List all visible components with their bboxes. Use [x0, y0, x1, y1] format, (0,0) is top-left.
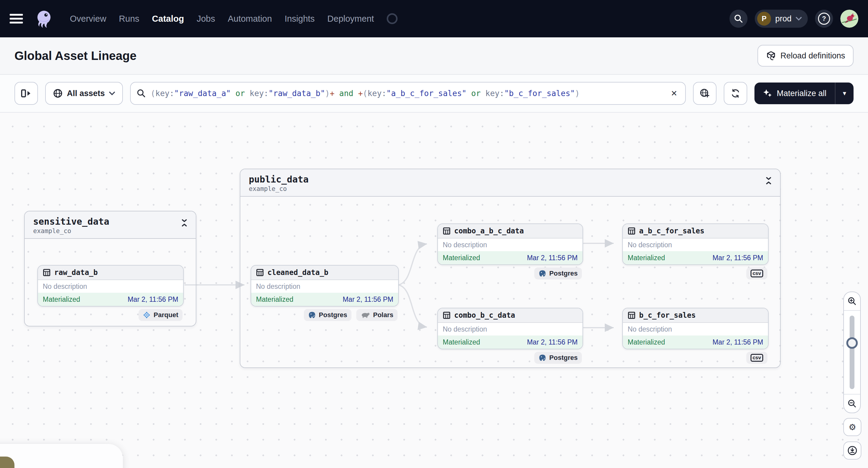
user-avatar[interactable] — [840, 10, 858, 28]
zoom-in-button[interactable] — [844, 292, 860, 310]
materialization-timestamp: Mar 2, 11:56 PM — [128, 295, 178, 304]
nav-right: P prod ? — [730, 10, 858, 28]
zoom-slider-track[interactable] — [849, 316, 855, 389]
asset-query-input[interactable]: (key:"raw_data_a" or key:"raw_data_b")+ … — [130, 82, 686, 105]
asset-node-header: raw_data_b — [38, 266, 183, 280]
deployment-status-spinner-icon — [387, 13, 398, 24]
asset-node-header: combo_b_c_data — [438, 308, 583, 323]
refresh-button[interactable] — [724, 82, 747, 105]
asset-node-combo-a-b-c-data[interactable]: combo_a_b_c_data No description Material… — [437, 223, 583, 265]
group-name: sensitive_data — [33, 216, 187, 227]
zoom-slider[interactable] — [844, 311, 860, 394]
materialize-all-split-button: Materialize all ▾ — [754, 83, 854, 104]
asset-node-raw-data-b[interactable]: raw_data_b No description Materialized M… — [37, 265, 184, 307]
asset-name: combo_a_b_c_data — [454, 227, 524, 235]
asset-description: No description — [623, 323, 768, 336]
asset-query-text: (key:"raw_data_a" or key:"raw_data_b")+ … — [151, 89, 664, 98]
add-external-assets-button[interactable] — [693, 82, 716, 105]
nav-links: Overview Runs Catalog Jobs Automation In… — [70, 13, 398, 24]
group-name: public_data — [249, 174, 772, 185]
globe-add-icon — [700, 88, 710, 98]
zoom-out-icon — [847, 399, 857, 408]
postgres-icon — [538, 354, 546, 362]
graph-settings-button[interactable]: ⚙ — [843, 418, 861, 436]
asset-node-b-c-for-sales[interactable]: b_c_for_sales No description Materialize… — [622, 308, 769, 349]
asset-scope-dropdown[interactable]: All assets — [45, 82, 123, 105]
status-badge: Materialized — [628, 254, 665, 262]
minimap[interactable] — [0, 444, 123, 468]
asset-status-row: Materialized Mar 2, 11:56 PM — [251, 293, 398, 306]
asset-description: No description — [438, 239, 583, 251]
download-image-button[interactable] — [843, 441, 861, 460]
status-badge: Materialized — [443, 338, 480, 346]
asset-node-header: a_b_c_for_sales — [623, 224, 768, 239]
materialize-options-button[interactable]: ▾ — [835, 89, 854, 97]
dagster-app: Overview Runs Catalog Jobs Automation In… — [0, 0, 868, 468]
asset-node-cleaned-data-b[interactable]: cleaned_data_b No description Materializ… — [251, 265, 399, 307]
panel-expand-icon — [21, 89, 32, 98]
table-icon — [256, 269, 264, 277]
clear-query-button[interactable]: ✕ — [669, 89, 679, 98]
asset-node-header: combo_a_b_c_data — [438, 224, 583, 239]
workspace-switcher[interactable]: P prod — [755, 10, 808, 28]
table-icon — [628, 311, 636, 319]
search-button[interactable] — [730, 10, 747, 28]
asset-node-a-b-c-for-sales[interactable]: a_b_c_for_sales No description Materiali… — [622, 223, 769, 265]
tag-label: Postgres — [549, 354, 578, 362]
group-repo-label: example_co — [249, 185, 772, 192]
asset-tag-row: csv — [622, 352, 767, 364]
asset-node-combo-b-c-data[interactable]: combo_b_c_data No description Materializ… — [437, 308, 583, 349]
asset-status-row: Materialized Mar 2, 11:56 PM — [438, 251, 583, 264]
materialization-timestamp: Mar 2, 11:56 PM — [527, 254, 578, 262]
tag-postgres[interactable]: Postgres — [534, 352, 582, 364]
asset-description: No description — [438, 323, 583, 336]
reload-definitions-button[interactable]: Reload definitions — [757, 45, 854, 67]
nav-item-insights[interactable]: Insights — [285, 14, 315, 24]
asset-tag-row: Postgres — [437, 268, 582, 279]
zoom-in-icon — [847, 297, 857, 306]
status-badge: Materialized — [628, 338, 665, 346]
sparkle-icon — [763, 89, 772, 98]
nav-item-runs[interactable]: Runs — [119, 14, 140, 24]
asset-description: No description — [38, 280, 183, 293]
asset-status-row: Materialized Mar 2, 11:56 PM — [623, 336, 768, 349]
search-icon — [137, 89, 146, 98]
nav-item-overview[interactable]: Overview — [70, 14, 106, 24]
collapse-group-button[interactable] — [763, 175, 774, 186]
asset-name: combo_b_c_data — [454, 311, 515, 319]
zoom-slider-thumb[interactable] — [846, 337, 858, 349]
help-button[interactable]: ? — [815, 10, 833, 28]
status-badge: Materialized — [256, 295, 293, 304]
materialization-timestamp: Mar 2, 11:56 PM — [343, 295, 393, 304]
materialize-all-button[interactable]: Materialize all — [754, 89, 835, 98]
csv-icon: csv — [750, 270, 763, 277]
tag-polars[interactable]: Polars — [356, 309, 398, 321]
tag-csv[interactable]: csv — [746, 352, 767, 364]
lineage-canvas[interactable]: sensitive_data example_co public_data ex… — [0, 113, 868, 468]
tag-csv[interactable]: csv — [746, 268, 767, 279]
nav-item-jobs[interactable]: Jobs — [197, 14, 215, 24]
menu-icon[interactable] — [10, 14, 23, 24]
cardinal-bird-avatar-icon — [840, 10, 858, 28]
collapse-icon — [181, 219, 188, 227]
nav-item-catalog[interactable]: Catalog — [152, 14, 184, 24]
tag-postgres[interactable]: Postgres — [534, 268, 582, 279]
help-icon: ? — [818, 13, 830, 25]
table-icon — [43, 269, 51, 277]
zoom-out-button[interactable] — [844, 395, 860, 413]
download-icon — [847, 445, 858, 456]
asset-description: No description — [251, 280, 398, 293]
asset-name: b_c_for_sales — [639, 311, 696, 319]
asset-node-header: b_c_for_sales — [623, 308, 768, 323]
tag-parquet[interactable]: Parquet — [138, 309, 183, 321]
collapse-group-button[interactable] — [179, 217, 190, 228]
tag-label: Parquet — [154, 311, 178, 319]
table-icon — [628, 227, 636, 235]
asset-node-header: cleaned_data_b — [251, 266, 398, 280]
nav-item-deployment[interactable]: Deployment — [328, 14, 374, 24]
tag-label: Postgres — [549, 270, 578, 277]
nav-item-automation[interactable]: Automation — [228, 14, 272, 24]
tag-postgres[interactable]: Postgres — [304, 309, 351, 321]
dagster-logo-icon[interactable] — [34, 8, 54, 29]
open-filter-panel-button[interactable] — [14, 82, 38, 105]
